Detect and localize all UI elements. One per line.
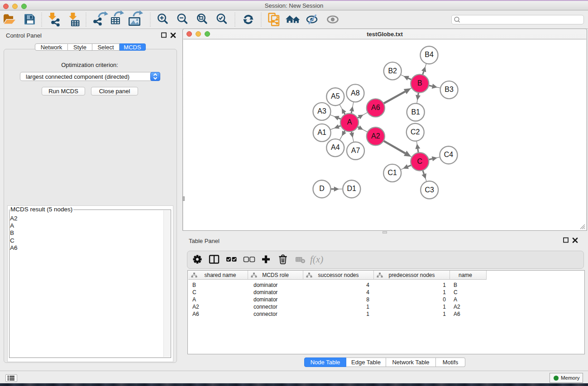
svg-text:A: A <box>347 118 352 126</box>
svg-text:A1: A1 <box>317 129 326 136</box>
svg-text:B2: B2 <box>388 67 397 75</box>
svg-text:C: C <box>417 157 423 165</box>
svg-text:f(x): f(x) <box>310 254 323 265</box>
svg-text:D1: D1 <box>347 185 357 192</box>
svg-text:C1: C1 <box>387 169 397 176</box>
svg-text:C3: C3 <box>425 186 434 194</box>
svg-text:A5: A5 <box>331 92 340 100</box>
svg-text:B1: B1 <box>411 108 420 116</box>
svg-text:B4: B4 <box>425 51 434 58</box>
svg-text:C2: C2 <box>411 128 420 136</box>
svg-text:A6: A6 <box>371 104 380 111</box>
svg-text:A2: A2 <box>371 132 380 140</box>
svg-text:C4: C4 <box>444 151 454 158</box>
svg-text:D: D <box>319 185 325 192</box>
svg-text:B3: B3 <box>445 86 454 93</box>
svg-text:B: B <box>417 79 422 87</box>
svg-text:A8: A8 <box>351 89 360 97</box>
svg-text:A4: A4 <box>331 143 340 151</box>
svg-text:A3: A3 <box>317 107 326 115</box>
svg-text:A7: A7 <box>351 147 360 154</box>
